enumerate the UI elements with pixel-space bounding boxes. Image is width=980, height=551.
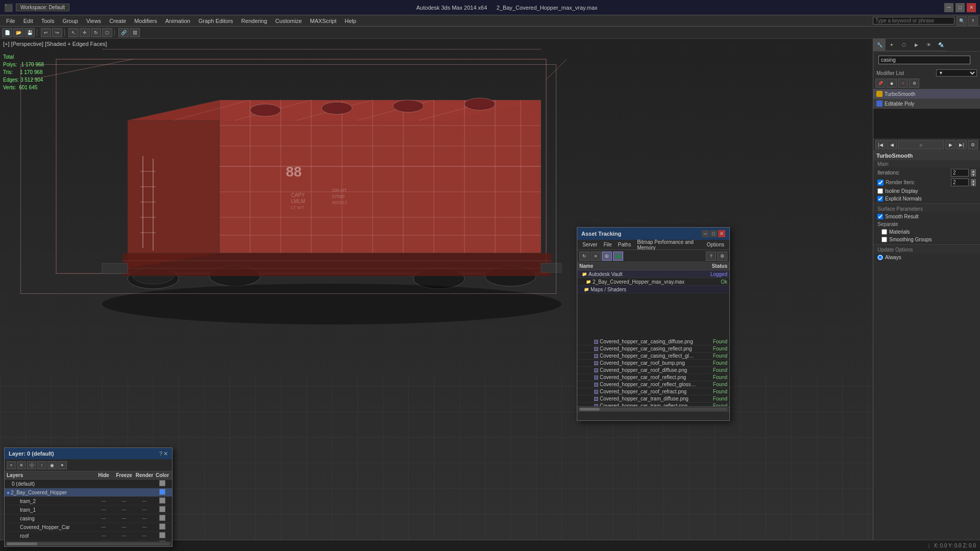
menu-rendering[interactable]: Rendering: [237, 17, 272, 25]
mod-next[interactable]: ▶: [945, 140, 955, 149]
mod-config[interactable]: ⚙: [968, 140, 978, 149]
layers-new[interactable]: +: [7, 461, 16, 469]
tab-create[interactable]: ✦: [886, 39, 898, 51]
layer-row[interactable]: tram_1 — — —: [5, 506, 172, 514]
scale-button[interactable]: ⬡: [102, 28, 112, 37]
at-file-row[interactable]: 🖼 Covered_hopper_car_roof_bump.png Found: [577, 360, 729, 367]
at-row-vault[interactable]: 📁 Autodesk Vault Logged: [577, 270, 729, 278]
at-detail-view[interactable]: ⊞: [602, 252, 612, 261]
redo-button[interactable]: ↪: [52, 28, 62, 37]
select-button[interactable]: ↖: [68, 28, 79, 37]
layer-hide-cell[interactable]: —: [93, 533, 114, 538]
tab-hierarchy[interactable]: ⬡: [898, 39, 910, 51]
iterations-input[interactable]: [951, 169, 969, 177]
at-file-row[interactable]: 🖼 Covered_hopper_car_roof_diffuse.png Fo…: [577, 367, 729, 374]
layer-color-swatch[interactable]: [159, 506, 165, 512]
at-file-row[interactable]: 🖼 Covered_hopper_car_casing_reflect.png …: [577, 345, 729, 353]
layer-render-cell[interactable]: —: [134, 516, 155, 521]
layer-render-cell[interactable]: —: [134, 498, 155, 504]
layer-color-swatch[interactable]: [159, 515, 165, 521]
casing-input[interactable]: [878, 56, 970, 64]
tab-utilities[interactable]: 🔩: [935, 39, 947, 51]
isoline-checkbox[interactable]: [877, 188, 883, 194]
layers-add-selection[interactable]: ➕: [27, 461, 36, 469]
render-iters-checkbox[interactable]: [877, 180, 884, 186]
layer-hide-cell[interactable]: —: [93, 507, 114, 512]
menu-animation[interactable]: Animation: [161, 17, 194, 25]
always-radio[interactable]: [877, 255, 883, 260]
at-help[interactable]: ?: [706, 252, 716, 261]
menu-maxscript[interactable]: MAXScript: [306, 17, 340, 25]
menu-group[interactable]: Group: [58, 17, 82, 25]
new-button[interactable]: 📄: [2, 28, 12, 37]
at-refresh[interactable]: ↻: [579, 252, 590, 261]
open-button[interactable]: 📂: [13, 28, 23, 37]
layers-highlight[interactable]: ◉: [47, 461, 57, 469]
smooth-result-checkbox[interactable]: [877, 214, 883, 219]
layer-color-swatch[interactable]: [159, 532, 165, 538]
layer-row[interactable]: tram_2 — — —: [5, 497, 172, 506]
help-button[interactable]: ?: [968, 16, 978, 26]
at-menu-file[interactable]: File: [600, 241, 615, 248]
at-scrollbar-thumb[interactable]: [579, 408, 600, 411]
menu-create[interactable]: Create: [105, 17, 130, 25]
layer-color-cell[interactable]: [155, 497, 170, 505]
layers-list[interactable]: 0 (default) ● 2_Bay_Covered_Hopper tram_…: [5, 480, 172, 541]
layer-row[interactable]: casing — — —: [5, 514, 172, 523]
tab-display[interactable]: 👁: [922, 39, 935, 51]
mod-home[interactable]: ⌂: [898, 140, 944, 149]
search-button[interactable]: 🔍: [957, 16, 967, 26]
modifier-editable-poly[interactable]: Editable Poly: [873, 99, 980, 109]
layer-row[interactable]: 0 (default): [5, 480, 172, 488]
layer-color-cell[interactable]: [155, 523, 170, 531]
layers-select[interactable]: ↑: [37, 461, 46, 469]
tab-motion[interactable]: ▶: [910, 39, 922, 51]
layer-hide-cell[interactable]: —: [93, 516, 114, 521]
at-file-row[interactable]: 🖼 Covered_hopper_car_roof_reflect.png Fo…: [577, 374, 729, 381]
iterations-up[interactable]: ▲: [971, 169, 976, 173]
layer-render-cell[interactable]: —: [134, 507, 155, 512]
move-button[interactable]: ✛: [80, 28, 90, 37]
mod-prev[interactable]: ◀: [887, 140, 897, 149]
undo-button[interactable]: ↩: [41, 28, 51, 37]
at-row-maxfile[interactable]: 📁 2_Bay_Covered_Hopper_max_vray.max Ok: [577, 278, 729, 286]
at-list[interactable]: 📁 Autodesk Vault Logged 📁 2_Bay_Covered_…: [577, 270, 729, 338]
workspace-selector[interactable]: Workspace: Default: [16, 4, 69, 11]
layers-scrollbar[interactable]: [5, 541, 172, 546]
layers-scrollbar-thumb[interactable]: [7, 542, 37, 545]
at-tree-view[interactable]: 🌲: [613, 252, 623, 261]
layer-freeze-cell[interactable]: —: [114, 516, 134, 521]
layer-hide-cell[interactable]: —: [93, 498, 114, 504]
at-file-row[interactable]: 🖼 Covered_hopper_car_roof_reflect_glossi…: [577, 381, 729, 388]
delete-modifier-button[interactable]: ✕: [898, 79, 908, 88]
at-file-row[interactable]: 🖼 Covered_hopper_car_casing_diffuse.png …: [577, 338, 729, 345]
layer-color-cell[interactable]: [155, 515, 170, 522]
layer-color-swatch[interactable]: [159, 480, 165, 486]
modifier-list-dropdown[interactable]: ▼: [936, 69, 977, 77]
tab-modify[interactable]: 🔧: [873, 39, 886, 51]
layer-color-cell[interactable]: [155, 532, 170, 539]
at-files[interactable]: 🖼 Covered_hopper_car_casing_diffuse.png …: [577, 338, 729, 406]
at-menu-server[interactable]: Server: [579, 241, 600, 248]
at-scrollbar[interactable]: [577, 406, 729, 411]
materials-checkbox[interactable]: [881, 229, 887, 235]
layers-current[interactable]: ✦: [58, 461, 67, 469]
at-settings[interactable]: ⚙: [717, 252, 727, 261]
unlink-button[interactable]: ⛓: [130, 28, 140, 37]
layer-color-swatch[interactable]: [159, 523, 165, 530]
layer-color-cell[interactable]: [155, 489, 170, 496]
rotate-button[interactable]: ↻: [91, 28, 101, 37]
save-button[interactable]: 💾: [24, 28, 35, 37]
layer-row[interactable]: ● 2_Bay_Covered_Hopper: [5, 488, 172, 497]
close-button[interactable]: ✕: [967, 3, 976, 12]
search-input[interactable]: [873, 17, 954, 24]
at-maximize[interactable]: □: [710, 230, 717, 237]
maximize-button[interactable]: □: [955, 3, 965, 12]
at-list-view[interactable]: ≡: [591, 252, 601, 261]
explicit-normals-checkbox[interactable]: [877, 196, 883, 202]
minimize-button[interactable]: ─: [944, 3, 953, 12]
layer-color-swatch[interactable]: [159, 489, 165, 495]
menu-graph-editors[interactable]: Graph Editors: [194, 17, 237, 25]
menu-tools[interactable]: Tools: [37, 17, 59, 25]
menu-help[interactable]: Help: [340, 17, 360, 25]
